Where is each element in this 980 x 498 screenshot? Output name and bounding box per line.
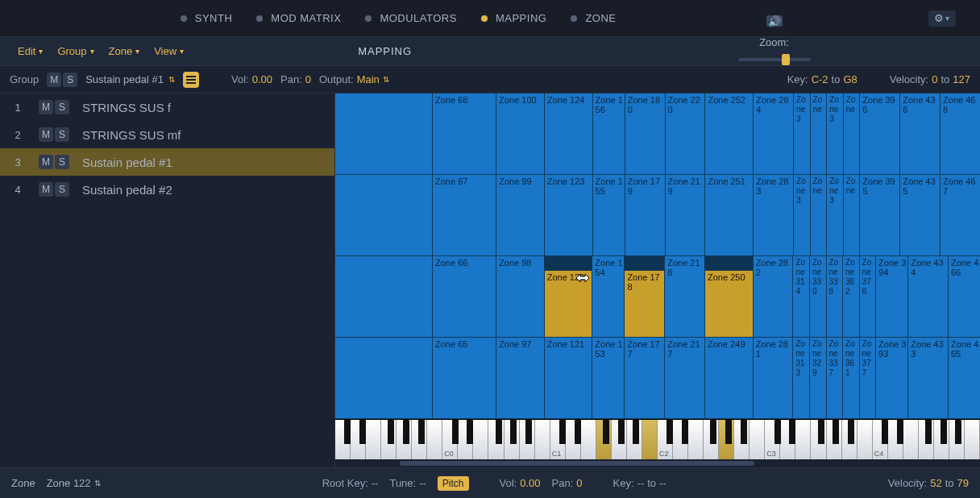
zone-cell[interactable]: Zone 124: [544, 93, 592, 174]
zone-cell[interactable]: Zone 281: [753, 338, 793, 418]
zone-pan[interactable]: Pan:0: [552, 477, 583, 489]
audition-speaker-button[interactable]: 🔊: [766, 15, 783, 27]
solo-button[interactable]: S: [55, 155, 69, 169]
zone-cell[interactable]: Zone 313: [792, 338, 809, 418]
zoom-slider[interactable]: [738, 58, 811, 61]
zone-cell[interactable]: Zone 433: [907, 338, 948, 418]
black-key[interactable]: [882, 420, 888, 444]
zone-cell[interactable]: Zone 219: [665, 175, 705, 255]
zone-cell[interactable]: Zone 361: [842, 338, 859, 418]
solo-button[interactable]: S: [55, 127, 69, 142]
tab-modulators[interactable]: MODULATORS: [365, 12, 457, 24]
black-key[interactable]: [818, 420, 824, 444]
white-key[interactable]: [535, 420, 550, 459]
black-key[interactable]: [618, 420, 625, 444]
zone-cell[interactable]: Zone 100: [496, 93, 544, 174]
black-key[interactable]: [633, 420, 639, 444]
tab-mod-matrix[interactable]: MOD MATRIX: [256, 12, 341, 24]
tab-mapping[interactable]: MAPPING: [481, 12, 546, 24]
zone-cell[interactable]: Zone 153: [592, 338, 624, 418]
white-key[interactable]: [795, 420, 811, 459]
menu-zone[interactable]: Zone▾: [102, 42, 147, 60]
group-row[interactable]: 4MSSustain pedal #2: [0, 176, 334, 203]
zone-cell[interactable]: Zone: [843, 93, 860, 174]
zone-cell[interactable]: Zone 284: [753, 93, 793, 174]
zone-cell[interactable]: Zone 249: [704, 338, 753, 418]
group-pan[interactable]: Pan:0: [280, 73, 311, 85]
zone-cell[interactable]: Zone: [843, 175, 860, 255]
zone-cell[interactable]: Zone 97: [496, 338, 544, 418]
zone-cell[interactable]: Zone 68: [432, 93, 496, 174]
black-key[interactable]: [403, 420, 409, 444]
zone-cell[interactable]: Zone 65: [432, 338, 496, 418]
mute-button[interactable]: M: [39, 182, 53, 197]
black-key[interactable]: [359, 420, 366, 444]
group-velocity-range[interactable]: Velocity:0to127: [890, 73, 970, 85]
group-mute-button[interactable]: M: [47, 73, 61, 87]
zone-cell[interactable]: Zone 377: [859, 338, 876, 418]
black-key[interactable]: [603, 420, 609, 444]
zone-cell[interactable]: Zone 66: [432, 256, 496, 337]
zone-cell[interactable]: Zone 329: [809, 338, 826, 418]
zone-cell[interactable]: Zone 218: [664, 256, 704, 337]
zone-cell[interactable]: Zone 220: [665, 93, 705, 174]
zone-name-selector[interactable]: Zone 122⇅: [47, 477, 101, 489]
white-key[interactable]: [688, 420, 704, 459]
menu-view[interactable]: View▾: [147, 42, 190, 60]
zone-cell[interactable]: Zone 3: [793, 93, 810, 174]
zone-cell[interactable]: Zone 179: [625, 175, 665, 255]
zone-cell[interactable]: Zone 121: [544, 338, 592, 418]
mute-button[interactable]: M: [39, 155, 53, 169]
black-key[interactable]: [774, 420, 781, 444]
zone-cell[interactable]: Zone 338: [826, 256, 843, 337]
zone-cell[interactable]: Zone 395: [859, 175, 899, 255]
white-key[interactable]: [581, 420, 596, 459]
zone-cell[interactable]: Zone 434: [907, 256, 948, 337]
black-key[interactable]: [418, 420, 425, 444]
black-key[interactable]: [575, 420, 581, 444]
black-key[interactable]: [682, 420, 688, 444]
zone-cell[interactable]: Zone 180: [625, 93, 665, 174]
black-key[interactable]: [452, 420, 459, 444]
black-key[interactable]: [525, 420, 532, 444]
zone-cell[interactable]: Zone 378: [859, 256, 876, 337]
zoom-handle[interactable]: [782, 54, 790, 65]
zone-cell[interactable]: Zone 217: [664, 338, 704, 418]
zone-cell[interactable]: Zone: [810, 93, 827, 174]
zone-cell[interactable]: Zone 435: [899, 175, 940, 255]
black-key[interactable]: [496, 420, 502, 444]
group-row[interactable]: 3MSSustain pedal #1: [0, 148, 334, 176]
zone-cell[interactable]: Zone 156: [592, 93, 625, 174]
zone-cell[interactable]: Zone 178: [624, 256, 664, 337]
black-key[interactable]: [833, 420, 839, 444]
group-key-range[interactable]: Key:C-2toG8: [787, 73, 858, 85]
white-key[interactable]: [750, 420, 765, 459]
black-key[interactable]: [955, 420, 961, 444]
zone-cell[interactable]: Zone 99: [496, 175, 544, 255]
black-key[interactable]: [467, 420, 473, 444]
zone-cell[interactable]: Zone 393: [875, 338, 907, 418]
black-key[interactable]: [388, 420, 394, 444]
zone-cell[interactable]: Zone 362: [842, 256, 859, 337]
black-key[interactable]: [789, 420, 795, 444]
zone-cell[interactable]: Zone 252: [704, 93, 753, 174]
group-name-selector[interactable]: Sustain pedal #1 ⇅: [85, 73, 175, 85]
zone-key-range[interactable]: Key:--to--: [613, 477, 666, 489]
zone-cell[interactable]: Zone 98: [496, 256, 544, 337]
white-key[interactable]: [965, 420, 980, 459]
zone-cell[interactable]: Zone 123: [544, 175, 592, 255]
zone-rootkey[interactable]: Root Key:--: [322, 477, 379, 489]
zone-velocity-range[interactable]: Velocity:52to79: [888, 477, 969, 489]
zone-cell[interactable]: Zone 3: [826, 93, 843, 174]
black-key[interactable]: [510, 420, 517, 444]
zone-cell[interactable]: Zone 251: [704, 175, 753, 255]
black-key[interactable]: [666, 420, 673, 444]
zone-cell[interactable]: Zone 155: [592, 175, 625, 255]
black-key[interactable]: [897, 420, 903, 444]
zone-cell[interactable]: Zone 468: [940, 93, 980, 174]
white-key[interactable]: [427, 420, 442, 459]
group-vol[interactable]: Vol:0.00: [231, 73, 272, 85]
zone-cell[interactable]: Zone: [810, 175, 827, 255]
group-solo-button[interactable]: S: [63, 73, 77, 87]
solo-button[interactable]: S: [55, 182, 69, 197]
